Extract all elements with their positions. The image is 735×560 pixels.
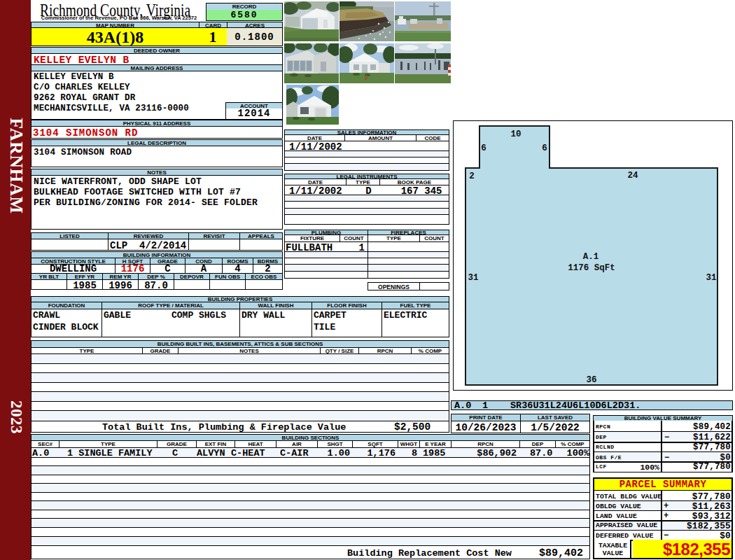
svg-text:1176 SqFt: 1176 SqFt bbox=[568, 263, 615, 273]
svg-text:36: 36 bbox=[586, 375, 596, 385]
svg-text:10: 10 bbox=[510, 130, 521, 139]
svg-text:31: 31 bbox=[468, 273, 478, 283]
svg-text:6: 6 bbox=[542, 144, 547, 153]
svg-text:6: 6 bbox=[481, 144, 486, 153]
svg-text:A.1: A.1 bbox=[583, 252, 599, 262]
svg-text:31: 31 bbox=[706, 273, 716, 283]
svg-text:24: 24 bbox=[627, 171, 638, 181]
svg-text:2: 2 bbox=[469, 172, 475, 181]
